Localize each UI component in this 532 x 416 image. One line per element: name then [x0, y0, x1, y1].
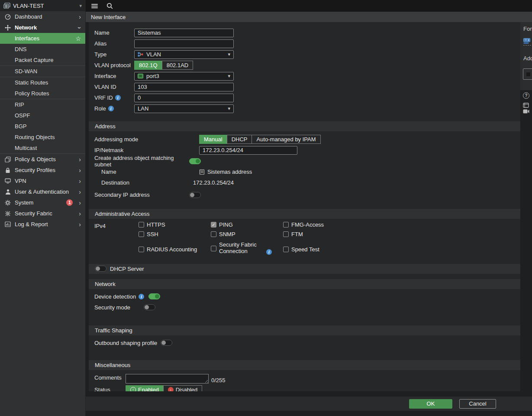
chevron-right-icon: › — [79, 211, 81, 217]
checkbox-box — [283, 231, 289, 237]
policy-objects-icon — [4, 156, 11, 162]
outbound-shaping-toggle[interactable] — [161, 340, 172, 346]
favorite-star-icon[interactable]: ☆ — [75, 35, 81, 42]
video-tutorial-icon[interactable] — [523, 109, 529, 114]
alias-input[interactable] — [134, 39, 234, 48]
vlan-protocol-8021q-button[interactable]: 802.1Q — [134, 61, 162, 70]
chevron-right-icon: › — [79, 156, 81, 162]
status-enabled-button[interactable]: ↑ Enabled — [126, 385, 164, 391]
fmg-access-checkbox[interactable]: FMG-Access — [283, 221, 355, 228]
chevron-right-icon: › — [79, 221, 81, 228]
info-icon[interactable]: i — [266, 249, 272, 255]
vrf-id-input[interactable] — [134, 94, 234, 102]
sidebar-item-log-report[interactable]: Log & Report › — [0, 219, 85, 230]
device-detection-toggle[interactable] — [148, 293, 160, 299]
info-icon[interactable]: i — [108, 106, 114, 111]
cancel-button[interactable]: Cancel — [459, 399, 496, 409]
chevron-right-icon: › — [79, 14, 81, 20]
section-header-admin-access: Administrative Access — [89, 209, 520, 219]
alias-label: Alias — [94, 40, 134, 47]
interface-label: Interface — [94, 73, 134, 79]
sidebar-item-vpn[interactable]: VPN › — [0, 176, 85, 186]
security-mode-toggle[interactable] — [144, 304, 155, 310]
sidebar-item-packet-capture[interactable]: Packet Capture — [0, 55, 85, 65]
info-icon[interactable]: i — [115, 95, 121, 101]
sidebar-item-security-fabric[interactable]: Security Fabric › — [0, 208, 85, 219]
footer-gap — [86, 391, 532, 396]
menu-toggle-icon[interactable] — [91, 4, 98, 8]
device-detection-label: Device detection i — [94, 293, 144, 300]
ping-checkbox[interactable]: ✓PING — [211, 221, 283, 228]
info-icon[interactable]: i — [139, 294, 144, 299]
ip-netmask-input[interactable] — [199, 146, 297, 155]
address-object-name-label: Name — [94, 169, 199, 175]
ip-netmask-label: IP/Netmask — [94, 147, 199, 153]
name-label: Name — [94, 29, 134, 36]
sidebar-item-multicast[interactable]: Multicast — [0, 143, 85, 153]
ftm-checkbox[interactable]: FTM — [283, 231, 355, 237]
role-dropdown[interactable]: LAN ▾ — [134, 104, 234, 113]
documentation-icon[interactable] — [523, 103, 529, 108]
right-info-panel: Fort Add ? — [520, 22, 532, 391]
secondary-ip-toggle[interactable] — [189, 192, 201, 198]
gear-icon — [4, 200, 11, 206]
fortigate-unit-icon[interactable] — [523, 38, 531, 46]
right-panel-button[interactable] — [523, 68, 532, 80]
comments-textarea[interactable] — [126, 374, 209, 384]
section-header-traffic-shaping: Traffic Shaping — [89, 325, 520, 335]
sidebar-item-routing-objects[interactable]: Routing Objects — [0, 132, 85, 143]
right-panel-fortigate-label: Fort — [523, 26, 532, 32]
sidebar-item-ospf[interactable]: OSPF — [0, 110, 85, 121]
type-value: VLAN — [146, 51, 161, 58]
https-checkbox[interactable]: HTTPS — [139, 221, 211, 228]
sidebar-item-network[interactable]: Network › — [0, 22, 85, 33]
ok-button[interactable]: OK — [409, 399, 452, 409]
interface-dropdown[interactable]: port3 ▾ — [134, 72, 234, 81]
sidebar-item-sd-wan[interactable]: SD-WAN — [0, 66, 85, 77]
help-icon[interactable]: ? — [523, 92, 529, 99]
device-selector[interactable]: VLAN-TEST ▾ — [0, 0, 85, 11]
radius-accounting-checkbox[interactable]: RADIUS Accounting — [139, 246, 211, 253]
sidebar-item-system[interactable]: System 1 › — [0, 197, 85, 208]
role-value: LAN — [138, 105, 148, 112]
addressing-mode-dhcp-button[interactable]: DHCP — [227, 135, 252, 144]
enabled-arrow-icon: ↑ — [130, 387, 136, 391]
sidebar-item-dns[interactable]: DNS — [0, 44, 85, 55]
sidebar-item-bgp[interactable]: BGP — [0, 121, 85, 132]
sidebar-item-policy-objects[interactable]: Policy & Objects › — [0, 154, 85, 165]
vlan-protocol-segment: 802.1Q 802.1AD — [134, 61, 193, 70]
sidebar-item-security-profiles[interactable]: Security Profiles › — [0, 165, 85, 176]
snmp-checkbox[interactable]: SNMP — [211, 231, 283, 237]
bottom-gap — [86, 411, 532, 416]
sidebar-item-rip[interactable]: RIP — [0, 99, 85, 110]
top-toolbar — [86, 0, 532, 12]
type-dropdown[interactable]: VLAN ▾ — [134, 50, 234, 59]
search-icon[interactable] — [106, 3, 113, 9]
vlan-id-input[interactable] — [134, 83, 234, 91]
security-fabric-icon — [4, 211, 11, 217]
vrf-id-label: VRF ID i — [94, 94, 134, 101]
section-header-network: Network — [89, 279, 520, 289]
vlan-protocol-8021ad-button[interactable]: 802.1AD — [162, 61, 193, 70]
sidebar-item-policy-routes[interactable]: Policy Routes — [0, 88, 85, 99]
dropdown-caret-icon: ▾ — [228, 106, 230, 111]
name-input[interactable] — [134, 29, 234, 37]
checkbox-box: ✓ — [211, 222, 216, 228]
port-icon — [138, 74, 143, 78]
outbound-shaping-label: Outbound shaping profile — [94, 340, 157, 346]
create-address-object-toggle[interactable] — [189, 158, 201, 164]
sidebar-item-dashboard[interactable]: Dashboard › — [0, 11, 85, 22]
sidebar-item-interfaces[interactable]: Interfaces ☆ — [0, 33, 85, 44]
addressing-mode-segment: Manual DHCP Auto-managed by IPAM — [199, 135, 321, 144]
status-disabled-button[interactable]: ↓ Disabled — [163, 385, 203, 391]
sidebar-item-user-authentication[interactable]: User & Authentication › — [0, 186, 85, 197]
type-label: Type — [94, 51, 134, 58]
speed-test-checkbox[interactable]: Speed Test — [283, 246, 355, 253]
addressing-mode-ipam-button[interactable]: Auto-managed by IPAM — [251, 135, 320, 144]
security-fabric-connection-checkbox[interactable]: Security Fabric Connection i — [211, 242, 283, 255]
dhcp-server-toggle[interactable] — [95, 266, 106, 272]
ssh-checkbox[interactable]: SSH — [139, 231, 211, 237]
sidebar-item-static-routes[interactable]: Static Routes — [0, 77, 85, 88]
vlan-type-icon — [138, 52, 143, 57]
addressing-mode-manual-button[interactable]: Manual — [199, 135, 227, 144]
